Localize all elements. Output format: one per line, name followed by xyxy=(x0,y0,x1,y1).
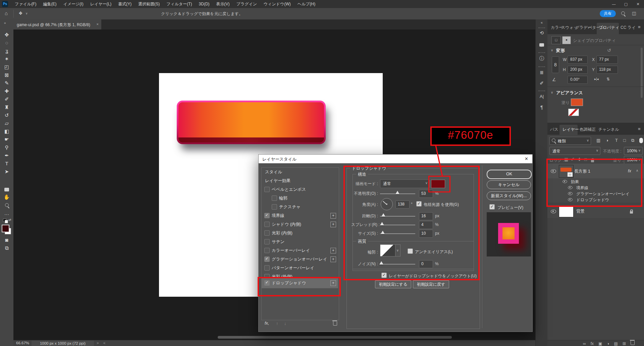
move-tool-icon[interactable]: ✥ xyxy=(19,11,22,16)
menu-type[interactable]: 書式(Y) xyxy=(115,0,135,8)
filter-pixel-layers-icon[interactable]: ▥ xyxy=(596,138,600,143)
cancel-button[interactable]: キャンセル xyxy=(487,180,531,189)
flip-vertical-icon[interactable]: ⇅ xyxy=(606,77,610,81)
layer-fx-badge[interactable]: fx xyxy=(628,169,631,173)
document-tab[interactable]: game-ui.psd @ 66.7% (長方形 1, RGB/8) × xyxy=(13,19,101,30)
path-selection-tool[interactable]: ➤ xyxy=(0,168,13,176)
collapse-icon[interactable]: ∨ xyxy=(551,48,553,52)
tab-adjustments[interactable]: 色調補正 xyxy=(580,127,596,132)
menu-file[interactable]: ファイル(F) xyxy=(11,0,40,8)
menu-select[interactable]: 選択範囲(S) xyxy=(135,0,163,8)
tab-properties[interactable]: プロパティ xyxy=(599,25,619,31)
reset-transform-icon[interactable]: ↺ xyxy=(607,48,611,53)
layer-row-rectangle1[interactable]: ▭ 長方形 1 fx ∧ xyxy=(547,164,644,178)
lock-position-icon[interactable]: ✥ xyxy=(578,157,581,162)
checkbox[interactable] xyxy=(272,204,277,210)
layer-fx-icon[interactable]: fx xyxy=(591,341,594,346)
new-group-icon[interactable]: ▤ xyxy=(614,341,618,346)
menu-edit[interactable]: 編集(E) xyxy=(40,0,60,8)
checkbox-checked[interactable] xyxy=(264,213,270,218)
size-input[interactable]: 10 xyxy=(419,230,433,238)
distance-slider-thumb[interactable] xyxy=(381,213,385,217)
paragraph-panel-icon[interactable]: ¶ xyxy=(536,105,548,110)
visibility-eye-icon[interactable] xyxy=(551,210,556,214)
style-item-inner-glow[interactable]: 光彩 (内側) xyxy=(262,229,338,238)
link-layers-icon[interactable]: ∞ xyxy=(583,341,586,346)
effect-row-stroke[interactable]: 境界線 xyxy=(547,184,644,190)
object-selection-tool[interactable]: ✶ xyxy=(0,55,13,63)
info-panel-icon[interactable]: ⓘ xyxy=(536,56,548,62)
style-item-blending-options[interactable]: レイヤー効果 xyxy=(262,176,338,185)
lock-transparency-icon[interactable]: ▦ xyxy=(564,157,568,162)
layer-name[interactable]: 背景 xyxy=(576,209,585,214)
anti-alias-checkbox[interactable] xyxy=(408,248,413,254)
link-dimensions-icon[interactable]: 8 xyxy=(552,56,559,73)
height-input[interactable]: 200 px xyxy=(568,66,588,74)
frame-tool[interactable]: ⊠ xyxy=(0,71,13,79)
shape-props-button[interactable]: □ xyxy=(551,36,561,44)
flip-horizontal-icon[interactable]: ▸|◂ xyxy=(594,77,599,81)
dialog-close-icon[interactable]: ✕ xyxy=(525,156,528,161)
layer-thumbnail[interactable]: ▭ xyxy=(559,165,574,178)
style-item-pattern-overlay[interactable]: パターンオーバーレイ xyxy=(262,264,338,273)
add-instance-icon[interactable]: + xyxy=(330,256,336,262)
new-layer-icon[interactable]: ⊞ xyxy=(623,341,626,346)
x-input[interactable]: 77 px xyxy=(596,56,618,64)
style-item-satin[interactable]: サテン xyxy=(262,237,338,246)
filter-smart-objects-icon[interactable]: ⧉ xyxy=(631,138,634,143)
visibility-eye-icon[interactable] xyxy=(568,186,573,190)
reset-default-button[interactable]: 初期設定に戻す xyxy=(413,280,449,288)
type-tool[interactable]: T xyxy=(0,160,13,168)
size-slider[interactable] xyxy=(380,233,415,234)
style-item-color-overlay[interactable]: カラーオーバーレイ+ xyxy=(262,246,338,255)
filter-toggle[interactable] xyxy=(639,138,643,143)
new-style-button[interactable]: 新規スタイル(W)... xyxy=(487,191,531,200)
character-panel-icon[interactable]: A| xyxy=(536,94,548,99)
effect-row-drop-shadow[interactable]: ドロップシャドウ xyxy=(547,196,644,203)
style-item-texture[interactable]: テクスチャ xyxy=(262,203,338,212)
dodge-tool[interactable]: ⚲ xyxy=(0,143,13,152)
menu-image[interactable]: イメージ(I) xyxy=(60,0,87,8)
stroke-swatch[interactable] xyxy=(568,109,579,116)
add-mask-icon[interactable]: ▣ xyxy=(598,341,602,346)
workspace-icon[interactable]: ◫ xyxy=(632,11,636,16)
opacity-slider-thumb[interactable] xyxy=(395,191,399,194)
add-instance-icon[interactable]: + xyxy=(330,213,336,219)
tab-layers[interactable]: レイヤー xyxy=(562,127,579,132)
spread-slider[interactable] xyxy=(380,225,415,225)
blend-mode-select[interactable]: 通常 xyxy=(380,179,430,188)
brushes-panel-icon[interactable]: ✐ xyxy=(536,80,548,86)
panel-menu-icon[interactable]: ≡ xyxy=(638,24,641,30)
clone-stamp-tool[interactable]: ♜ xyxy=(0,103,13,111)
swap-colors-icon[interactable]: ⇄ xyxy=(8,218,11,222)
document-info[interactable]: 1000 px x 1000 px (72 ppi) xyxy=(32,341,94,346)
toolbar-collapse-icon[interactable]: » xyxy=(4,21,6,25)
mask-props-button[interactable]: ● xyxy=(562,36,571,44)
menu-window[interactable]: ウィンドウ(W) xyxy=(260,0,294,8)
menu-plugins[interactable]: プラグイン xyxy=(233,0,260,8)
shadow-color-swatch[interactable] xyxy=(431,180,445,188)
history-panel-icon[interactable]: ⟲ xyxy=(536,30,548,36)
checkbox[interactable] xyxy=(264,230,270,236)
edit-toolbar-button[interactable]: … xyxy=(0,209,13,217)
noise-slider-thumb[interactable] xyxy=(379,261,383,265)
layer-row-background[interactable]: 背景 xyxy=(547,205,644,218)
visibility-eye-icon[interactable] xyxy=(551,169,556,174)
move-effect-up-icon[interactable]: ↑ xyxy=(276,321,278,326)
effects-row[interactable]: 効果 xyxy=(547,178,644,184)
lasso-tool[interactable]: ʓ xyxy=(0,47,13,55)
y-input[interactable]: 118 px xyxy=(596,66,618,74)
tab-cc-libraries[interactable]: CC ライ xyxy=(621,25,636,31)
screen-mode-button[interactable]: ⧉ xyxy=(0,244,13,252)
tab-close-icon[interactable]: × xyxy=(97,22,99,26)
comments-panel-icon[interactable] xyxy=(536,42,548,48)
lock-all-icon[interactable] xyxy=(591,159,594,163)
marquee-tool[interactable]: ◌ xyxy=(0,39,13,47)
layer-name[interactable]: 長方形 1 xyxy=(574,169,590,174)
foreground-color-swatch[interactable] xyxy=(2,225,9,232)
rectangle-tool[interactable] xyxy=(0,185,13,193)
blend-mode-select[interactable]: 通常 xyxy=(549,147,600,155)
size-slider-thumb[interactable] xyxy=(381,231,385,234)
checkbox[interactable] xyxy=(264,248,270,253)
crop-tool[interactable]: ◰ xyxy=(0,63,13,71)
